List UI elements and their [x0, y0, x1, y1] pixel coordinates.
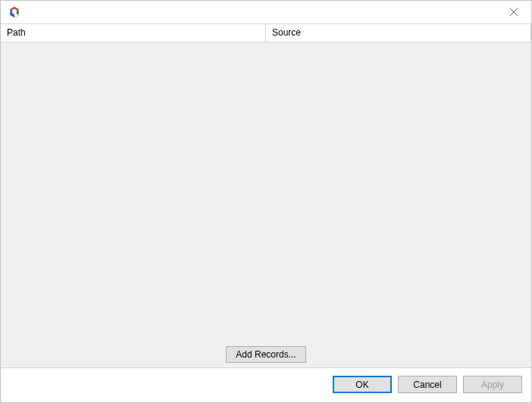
- add-records-bar: Add Records...: [1, 343, 531, 367]
- app-icon: [8, 6, 20, 18]
- dialog-window: Path Source Add Records... OK Cancel App…: [0, 0, 532, 403]
- column-header-path[interactable]: Path: [1, 24, 266, 42]
- apply-button: Apply: [463, 376, 522, 393]
- close-icon: [510, 8, 518, 16]
- add-records-button[interactable]: Add Records...: [226, 346, 305, 363]
- dialog-button-bar: OK Cancel Apply: [1, 367, 531, 402]
- column-header-source[interactable]: Source: [266, 24, 531, 42]
- close-button[interactable]: [496, 1, 531, 23]
- ok-button[interactable]: OK: [333, 376, 392, 393]
- table-header: Path Source: [1, 24, 531, 42]
- records-table: Path Source Add Records...: [1, 23, 531, 367]
- table-body[interactable]: [1, 42, 531, 343]
- cancel-button[interactable]: Cancel: [398, 376, 457, 393]
- titlebar: [1, 1, 531, 23]
